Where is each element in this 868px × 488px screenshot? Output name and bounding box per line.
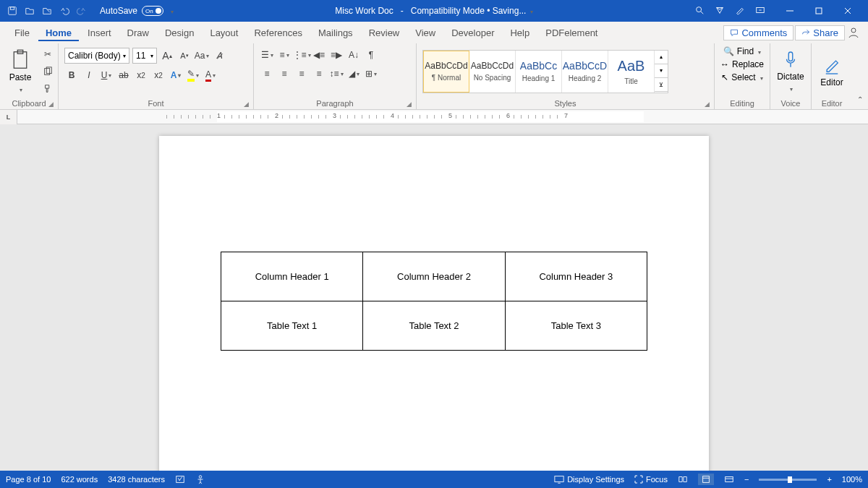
paste-dropdown-icon[interactable] <box>18 84 22 94</box>
table-cell[interactable]: Table Text 1 <box>221 301 363 351</box>
view-print-icon[interactable] <box>698 474 714 485</box>
qat-open-icon[interactable] <box>23 4 36 17</box>
qat-undo-icon[interactable] <box>58 4 71 17</box>
autosave-switch[interactable]: On <box>142 6 163 16</box>
minimize-icon[interactable] <box>775 0 804 22</box>
find-button[interactable]: 🔍Find <box>720 45 764 58</box>
tab-draw[interactable]: Draw <box>120 25 156 41</box>
show-marks-icon[interactable]: ¶ <box>364 48 378 62</box>
font-name-input[interactable]: Calibri (Body)▾ <box>64 48 129 64</box>
editor-button[interactable]: Editor <box>814 56 849 87</box>
table-cell[interactable]: Column Header 2 <box>363 252 505 301</box>
multilevel-icon[interactable]: ⋮≡ <box>294 48 309 62</box>
shading-icon[interactable]: ◢ <box>346 67 361 81</box>
styles-launcher-icon[interactable]: ◢ <box>705 100 710 108</box>
status-words[interactable]: 622 words <box>61 475 98 484</box>
tab-review[interactable]: Review <box>362 25 407 41</box>
document-canvas[interactable]: Column Header 1 Column Header 2 Column H… <box>0 124 868 471</box>
subscript-icon[interactable]: x2 <box>134 68 148 82</box>
italic-icon[interactable]: I <box>82 68 96 82</box>
zoom-in-icon[interactable]: + <box>827 475 831 484</box>
tab-view[interactable]: View <box>408 25 443 41</box>
table-row[interactable]: Column Header 1 Column Header 2 Column H… <box>221 252 647 301</box>
horizontal-ruler[interactable]: 1234567 <box>17 110 868 124</box>
style-heading2[interactable]: AaBbCcDHeading 2 <box>562 51 608 93</box>
clear-format-icon[interactable]: A̷ <box>212 48 226 63</box>
align-center-icon[interactable]: ≡ <box>277 67 292 81</box>
focus-button[interactable]: Focus <box>634 475 668 484</box>
styles-gallery[interactable]: AaBbCcDd¶ Normal AaBbCcDdNo Spacing AaBb… <box>422 50 668 93</box>
view-read-icon[interactable] <box>678 475 688 484</box>
style-nospacing[interactable]: AaBbCcDdNo Spacing <box>469 51 516 93</box>
select-button[interactable]: ↖Select <box>718 71 765 84</box>
style-title[interactable]: AaBTitle <box>608 51 655 93</box>
account-icon[interactable] <box>846 25 861 40</box>
font-launcher-icon[interactable]: ◢ <box>244 100 249 108</box>
diamond-icon[interactable] <box>715 5 725 17</box>
gallery-up-icon[interactable]: ▴ <box>655 51 668 64</box>
ruler-corner-icon[interactable]: L <box>0 110 17 124</box>
line-spacing-icon[interactable]: ↕≡ <box>329 67 344 81</box>
table-cell[interactable]: Column Header 1 <box>221 252 363 301</box>
pen-icon[interactable] <box>735 5 745 17</box>
align-left-icon[interactable]: ≡ <box>260 67 274 81</box>
text-effects-icon[interactable]: A <box>169 68 183 82</box>
font-color-icon[interactable]: A <box>203 68 218 82</box>
table-cell[interactable]: Column Header 3 <box>505 252 647 301</box>
paste-button[interactable]: Paste <box>3 49 38 94</box>
align-right-icon[interactable]: ≡ <box>294 67 309 81</box>
document-table[interactable]: Column Header 1 Column Header 2 Column H… <box>221 252 647 351</box>
qat-redo-icon[interactable] <box>75 4 88 17</box>
table-cell[interactable]: Table Text 2 <box>363 301 505 351</box>
underline-icon[interactable]: U <box>99 68 114 82</box>
strike-icon[interactable]: ab <box>116 68 131 82</box>
status-accessibility-icon[interactable] <box>195 474 205 484</box>
view-web-icon[interactable] <box>724 475 734 484</box>
gallery-down-icon[interactable]: ▾ <box>655 64 668 78</box>
borders-icon[interactable]: ⊞ <box>364 67 378 81</box>
tab-file[interactable]: File <box>7 25 37 41</box>
tab-design[interactable]: Design <box>158 25 201 41</box>
page[interactable]: Column Header 1 Column Header 2 Column H… <box>159 136 709 471</box>
table-row[interactable]: Table Text 1 Table Text 2 Table Text 3 <box>221 301 647 351</box>
tab-pdfelement[interactable]: PDFelement <box>538 25 605 41</box>
paragraph-launcher-icon[interactable]: ◢ <box>407 100 412 108</box>
table-cell[interactable]: Table Text 3 <box>505 301 647 351</box>
dictate-button[interactable]: Dictate <box>773 50 808 93</box>
increase-indent-icon[interactable]: ≡▶ <box>329 48 344 62</box>
style-heading1[interactable]: AaBbCcHeading 1 <box>516 51 562 93</box>
bold-icon[interactable]: B <box>64 68 79 82</box>
sort-icon[interactable]: A↓ <box>346 48 361 62</box>
tab-developer[interactable]: Developer <box>444 25 501 41</box>
shrink-font-icon[interactable]: A▾ <box>177 48 192 63</box>
zoom-out-icon[interactable]: − <box>744 475 749 484</box>
autosave-toggle[interactable]: AutoSave On <box>100 6 163 16</box>
tab-mailings[interactable]: Mailings <box>311 25 360 41</box>
maximize-icon[interactable] <box>804 0 833 22</box>
gallery-more-icon[interactable]: ⊻ <box>655 78 668 92</box>
zoom-level[interactable]: 100% <box>842 475 862 484</box>
zoom-slider[interactable] <box>759 479 817 481</box>
justify-icon[interactable]: ≡ <box>312 67 326 81</box>
status-spell-icon[interactable] <box>175 474 185 484</box>
copy-icon[interactable] <box>41 64 55 79</box>
font-size-input[interactable]: 11▾ <box>132 48 157 64</box>
status-chars[interactable]: 3428 characters <box>108 475 165 484</box>
replace-button[interactable]: ↔Replace <box>718 58 767 71</box>
tab-home[interactable]: Home <box>38 25 79 41</box>
status-page[interactable]: Page 8 of 10 <box>6 475 51 484</box>
clipboard-launcher-icon[interactable]: ◢ <box>48 100 54 108</box>
superscript-icon[interactable]: x2 <box>151 68 166 82</box>
format-painter-icon[interactable] <box>41 82 55 96</box>
close-icon[interactable] <box>833 0 862 22</box>
qat-save-icon[interactable] <box>6 4 19 17</box>
decrease-indent-icon[interactable]: ◀≡ <box>312 48 326 62</box>
comments-button[interactable]: Comments <box>723 25 793 40</box>
highlight-icon[interactable]: ✎ <box>186 68 200 82</box>
change-case-icon[interactable]: Aa <box>195 48 209 63</box>
share-button[interactable]: Share <box>795 25 845 40</box>
ribbon-mode-icon[interactable] <box>755 5 765 17</box>
collapse-ribbon-icon[interactable]: ⌃ <box>853 92 867 106</box>
cut-icon[interactable]: ✂ <box>41 47 55 61</box>
tab-references[interactable]: References <box>247 25 309 41</box>
